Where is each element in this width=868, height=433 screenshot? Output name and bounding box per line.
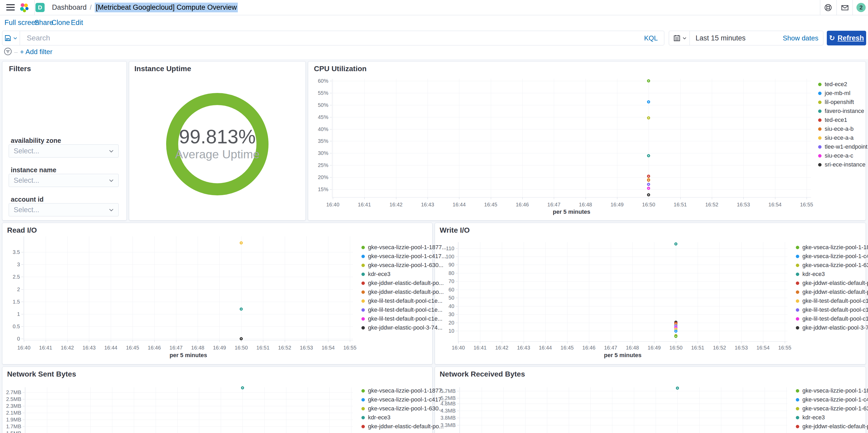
y-tick-mark: [330, 141, 332, 141]
y-tick-mark: [456, 265, 458, 265]
legend-item[interactable]: kdr-ece3: [796, 271, 825, 278]
y-axis-tick-label: 45%: [305, 114, 328, 120]
page-title[interactable]: [Metricbeat Googlecloud] Compute Overvie…: [95, 3, 238, 12]
user-avatar[interactable]: 2: [857, 3, 866, 12]
x-axis-tick-label: 16:48: [579, 202, 592, 208]
legend-item[interactable]: gke-jddwr-elastic-default-po...: [796, 289, 868, 295]
legend-label: gke-vseca-lizzie-pool-1-c417...: [802, 396, 868, 403]
mail-icon[interactable]: [841, 3, 849, 12]
full-screen-button[interactable]: Full screen: [4, 19, 39, 27]
legend-item[interactable]: kdr-ece3: [362, 271, 391, 278]
filter-icon[interactable]: [4, 47, 12, 56]
legend-item[interactable]: gke-vseca-lizzie-pool-1-630...: [362, 405, 443, 412]
y-tick-mark: [456, 306, 458, 307]
gridline: [677, 387, 678, 433]
legend-item[interactable]: gke-jddwr-elastic-default-po...: [796, 432, 868, 433]
legend-item[interactable]: gke-vseca-lizzie-pool-1-c417...: [796, 253, 868, 260]
chevron-down-icon[interactable]: [682, 36, 687, 40]
y-axis-line: [459, 387, 460, 433]
y-tick-mark: [456, 298, 458, 298]
legend-item[interactable]: gke-jddwr-elastic-default-po...: [796, 423, 868, 430]
x-axis-tick-label: 16:43: [83, 345, 96, 351]
y-tick-mark: [21, 289, 23, 290]
x-axis-tick-label: 16:45: [484, 202, 497, 208]
availability-zone-select[interactable]: Select...: [9, 144, 119, 157]
help-icon[interactable]: [824, 3, 832, 12]
x-tick-mark: [617, 198, 617, 199]
legend-item[interactable]: kdr-ece3: [362, 414, 391, 421]
legend-item[interactable]: gke-lil-test-default-pool-c1e...: [796, 297, 868, 304]
search-input[interactable]: Search KQL: [20, 31, 664, 46]
gridline: [25, 392, 353, 393]
legend-item[interactable]: lil-openshift: [818, 99, 854, 106]
y-tick-mark: [23, 392, 25, 393]
legend-item[interactable]: gke-jddwr-elastic-default-po...: [796, 280, 868, 287]
legend-item[interactable]: gke-vseca-lizzie-pool-1-1877...: [796, 387, 868, 394]
legend-item[interactable]: gke-lil-test-default-pool-c1e...: [362, 315, 442, 322]
refresh-button[interactable]: ↻ Refresh: [827, 31, 866, 46]
legend-item[interactable]: gke-jddwr-elastic-default-po...: [362, 423, 444, 430]
panel-title-cpu-utilization: CPU Utilization: [314, 65, 367, 73]
legend-item[interactable]: ted-ece2: [818, 81, 847, 88]
legend-item[interactable]: siu-ece-a-c: [818, 152, 853, 159]
breadcrumb-dashboard[interactable]: Dashboard: [52, 3, 87, 11]
legend-dot: [362, 299, 365, 303]
x-axis-tick-label: 16:41: [473, 345, 487, 351]
legend-item[interactable]: kdr-ece3: [796, 414, 825, 421]
legend-item[interactable]: gke-jddwr-elastic-pool-3-74...: [362, 324, 442, 331]
legend-item[interactable]: sri-ece-instance: [818, 161, 865, 168]
x-axis-title: per 5 minutes: [604, 352, 642, 359]
panel-title-read-io: Read I/O: [7, 226, 37, 234]
gridline: [243, 387, 243, 433]
legend-dot: [818, 127, 822, 131]
legend-label: gke-lil-test-default-pool-c1e...: [802, 297, 868, 304]
y-tick-mark: [330, 129, 332, 129]
legend-item[interactable]: siu-ece-a-a: [818, 135, 854, 141]
legend-label: ted-ece1: [825, 117, 847, 123]
space-badge[interactable]: D: [35, 3, 44, 12]
legend-label: gke-lil-test-default-pool-c1e...: [802, 315, 868, 322]
legend-item[interactable]: gke-lil-test-default-pool-c1e...: [362, 297, 442, 304]
x-axis-tick-label: 16:48: [626, 345, 639, 351]
legend-item[interactable]: gke-jddwr-elastic-pool-3-74...: [796, 324, 868, 331]
legend-item[interactable]: gke-jddwr-elastic-default-po...: [362, 432, 444, 433]
legend-label: gke-vseca-lizzie-pool-1-c417...: [802, 253, 868, 260]
gridline: [199, 387, 199, 433]
edit-button[interactable]: Edit: [71, 19, 83, 27]
add-filter-button[interactable]: + Add filter: [20, 48, 53, 56]
legend-item[interactable]: gke-lil-test-default-pool-c1e...: [362, 307, 442, 313]
y-axis-tick-label: 40%: [305, 126, 328, 132]
elastic-logo[interactable]: [19, 3, 29, 12]
legend-item[interactable]: siu-ece-a-b: [818, 125, 854, 132]
x-tick-mark: [586, 198, 586, 199]
legend-item[interactable]: joe-mb-ml: [818, 90, 850, 97]
legend-item[interactable]: ted-ece1: [818, 117, 847, 123]
legend-item[interactable]: gke-vseca-lizzie-pool-1-630...: [796, 262, 868, 269]
legend-item[interactable]: tlee-w1-endpoint: [818, 143, 867, 150]
instance-name-select[interactable]: Select...: [9, 174, 119, 187]
legend-dot: [796, 416, 799, 420]
legend-item[interactable]: favero-instance: [818, 108, 864, 114]
x-axis-tick-label: 16:47: [169, 345, 183, 351]
y-axis-tick-label: 1.7MB: [0, 424, 21, 430]
y-tick-mark: [23, 413, 25, 413]
legend-item[interactable]: gke-vseca-lizzie-pool-1-c417...: [796, 396, 868, 403]
calendar-icon[interactable]: [673, 34, 681, 42]
y-axis-tick-label: 1: [0, 311, 20, 317]
clone-button[interactable]: Clone: [52, 19, 70, 27]
time-range-value[interactable]: Last 15 minutes: [695, 34, 783, 42]
legend-dot: [362, 264, 365, 267]
legend-item[interactable]: gke-vseca-lizzie-pool-1-1877...: [796, 244, 868, 251]
menu-icon[interactable]: [6, 4, 15, 11]
account-id-select[interactable]: Select...: [9, 203, 119, 216]
share-button[interactable]: Share: [34, 19, 53, 27]
legend-dot: [362, 308, 365, 312]
legend-item[interactable]: gke-vseca-lizzie-pool-1-630...: [796, 405, 868, 412]
legend-item[interactable]: gke-lil-test-default-pool-c1e...: [796, 315, 868, 322]
kql-button[interactable]: KQL: [644, 34, 658, 42]
show-dates-button[interactable]: Show dates: [783, 34, 818, 42]
saved-query-menu-button[interactable]: [2, 31, 20, 46]
legend-item[interactable]: gke-lil-test-default-pool-c1e...: [796, 307, 868, 313]
gridline: [332, 129, 811, 129]
legend-label: gke-jddwr-elastic-default-po...: [802, 280, 868, 287]
